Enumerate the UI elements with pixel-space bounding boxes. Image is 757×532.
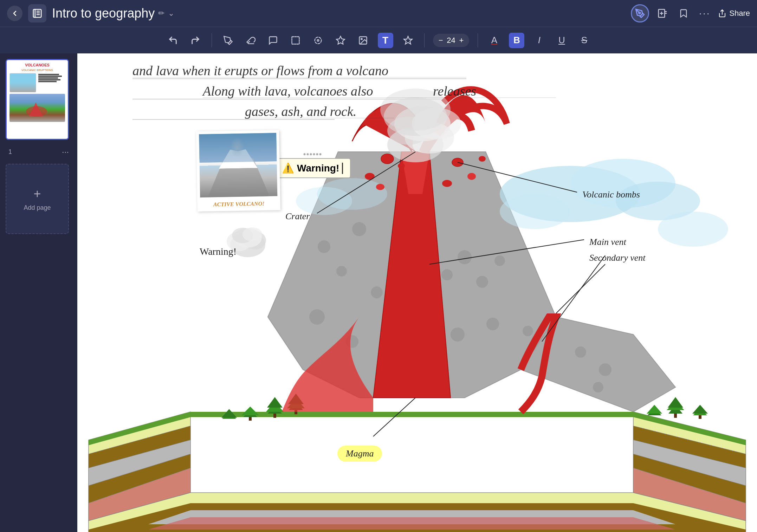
italic-button[interactable]: I	[531, 33, 547, 48]
svg-point-91	[387, 127, 444, 162]
redo-button[interactable]	[188, 33, 203, 48]
thumb-subtitle: VOLCANIC ERUPTIONS	[21, 69, 53, 72]
image-insert-button[interactable]	[355, 33, 371, 48]
drag-handle[interactable]	[304, 153, 322, 155]
volcano-photo	[199, 133, 277, 197]
bookmark-icon[interactable]	[676, 6, 691, 21]
page-thumbnail-1[interactable]: VOLCANOES VOLCANIC ERUPTIONS	[6, 59, 69, 140]
warning-text-box[interactable]: ⚠️ Warning!	[274, 158, 351, 178]
svg-marker-28	[633, 426, 746, 468]
share-button[interactable]: Share	[718, 9, 750, 18]
svg-point-103	[467, 173, 476, 180]
strikethrough-button[interactable]: S	[576, 33, 592, 48]
svg-rect-67	[295, 410, 297, 414]
polaroid-caption: ACTIVE VOLCANO!	[198, 200, 280, 208]
bold-button[interactable]: B	[509, 33, 524, 48]
star-tool-button[interactable]	[333, 33, 348, 48]
svg-point-92	[405, 122, 454, 154]
canvas-page[interactable]: and lava when it erupts or flows from a …	[77, 53, 757, 532]
svg-marker-18	[404, 36, 412, 44]
svg-point-38	[336, 266, 347, 277]
svg-point-56	[575, 346, 586, 358]
svg-marker-64	[289, 401, 303, 410]
underline-icon: U	[558, 35, 565, 46]
svg-marker-80	[647, 408, 661, 415]
svg-point-37	[318, 240, 330, 253]
text-a-icon: A	[491, 35, 497, 46]
svg-point-101	[398, 163, 405, 169]
header: Intro to geography ✏ ⌄	[0, 0, 757, 27]
svg-point-94	[394, 106, 451, 141]
toolbar-separator-1	[212, 33, 212, 47]
main-layout: VOLCANOES VOLCANIC ERUPTIONS	[0, 53, 757, 532]
svg-marker-24	[89, 440, 190, 486]
add-page-button[interactable]: + Add page	[6, 164, 69, 234]
svg-marker-77	[693, 408, 707, 415]
svg-marker-15	[336, 36, 344, 44]
svg-point-52	[451, 327, 465, 342]
pen-tool-button[interactable]	[220, 33, 236, 48]
more-options-icon[interactable]: ···	[697, 6, 712, 21]
canvas-area[interactable]: and lava when it erupts or flows from a …	[77, 53, 757, 532]
svg-point-83	[570, 159, 675, 208]
svg-marker-26	[89, 468, 190, 521]
svg-marker-27	[633, 412, 746, 521]
svg-point-100	[376, 184, 384, 190]
svg-point-95	[384, 97, 447, 136]
back-button[interactable]	[7, 6, 22, 21]
svg-point-86	[500, 194, 570, 229]
marker-tool-button[interactable]	[265, 33, 281, 48]
select-rect-button[interactable]	[288, 33, 303, 48]
svg-point-49	[346, 335, 358, 348]
warning-text-content: Warning!	[297, 163, 339, 174]
svg-marker-36	[268, 152, 556, 398]
svg-point-44	[441, 269, 453, 280]
svg-marker-89	[373, 152, 451, 398]
svg-point-53	[486, 318, 499, 330]
edit-pencil-icon[interactable]: ✏	[158, 9, 164, 18]
svg-point-87	[296, 187, 352, 215]
text-cursor	[342, 163, 343, 174]
eraser-tool-button[interactable]	[243, 33, 258, 48]
text-color-button[interactable]: A	[486, 33, 502, 48]
svg-marker-69	[241, 407, 259, 415]
svg-point-50	[380, 324, 394, 338]
svg-marker-81	[647, 405, 662, 414]
svg-point-39	[352, 222, 366, 236]
thumb-content: VOLCANOES VOLCANIC ERUPTIONS	[7, 60, 68, 139]
page-number: 1	[8, 148, 12, 156]
font-size-control: − 24 +	[433, 34, 470, 47]
svg-point-40	[371, 286, 383, 298]
text-style-group: A B I U S	[486, 33, 592, 48]
document-title: Intro to geography	[52, 6, 155, 21]
font-size-plus-button[interactable]: +	[459, 36, 464, 45]
svg-text:Secondary vent: Secondary vent	[589, 253, 646, 263]
svg-marker-32	[89, 493, 746, 532]
svg-marker-22	[89, 412, 190, 521]
svg-marker-73	[668, 405, 682, 414]
svg-point-88	[317, 178, 387, 210]
svg-marker-60	[268, 405, 282, 414]
svg-text:releases: releases	[433, 84, 476, 98]
svg-marker-75	[668, 397, 683, 408]
svg-point-128	[242, 227, 262, 241]
drawing-tools-group: T	[220, 33, 416, 48]
chevron-down-icon[interactable]: ⌄	[168, 9, 174, 18]
font-size-minus-button[interactable]: −	[439, 36, 443, 45]
toolbar-separator-2	[424, 33, 425, 47]
page-number-row: 1 ···	[6, 145, 72, 158]
magic-tool-button[interactable]	[400, 33, 416, 48]
svg-text:Crater: Crater	[285, 211, 310, 221]
toolbar: T − 24 + A B I U S	[0, 27, 757, 53]
svg-line-108	[429, 240, 584, 264]
svg-line-106	[458, 162, 577, 192]
underline-button[interactable]: U	[554, 33, 569, 48]
page-more-button[interactable]: ···	[62, 147, 69, 157]
lasso-tool-button[interactable]	[310, 33, 326, 48]
svg-rect-70	[249, 417, 252, 421]
avatar-button[interactable]	[631, 4, 649, 22]
undo-button[interactable]	[165, 33, 181, 48]
svg-marker-59	[89, 412, 746, 445]
add-page-header-button[interactable]	[655, 6, 670, 21]
text-tool-button[interactable]: T	[378, 33, 393, 48]
